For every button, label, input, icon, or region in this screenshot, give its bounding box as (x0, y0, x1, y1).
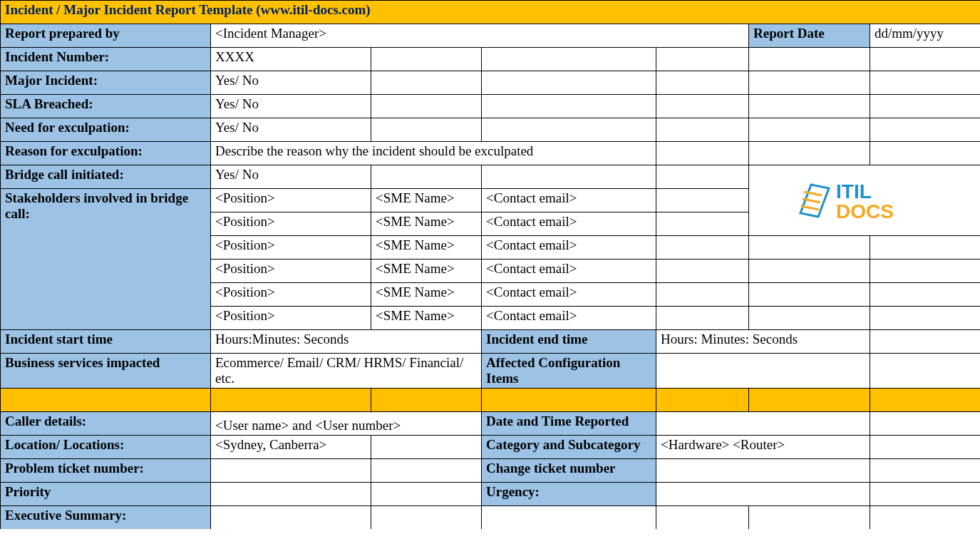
stakeholder-position[interactable]: <Position> (211, 283, 371, 307)
empty-cell[interactable] (870, 506, 981, 530)
empty-cell[interactable] (749, 283, 870, 307)
value-report-date[interactable]: dd/mm/yyyy (870, 24, 981, 48)
value-prepared-by[interactable]: <Incident Manager> (211, 24, 749, 48)
value-change-ticket[interactable] (656, 459, 870, 483)
empty-cell[interactable] (870, 330, 981, 354)
empty-cell[interactable] (656, 142, 749, 165)
empty-cell[interactable] (656, 118, 749, 142)
stakeholder-position[interactable]: <Position> (211, 236, 371, 260)
empty-cell[interactable] (482, 118, 656, 142)
empty-cell[interactable] (656, 307, 749, 330)
empty-cell[interactable] (870, 118, 981, 142)
value-problem-ticket[interactable] (211, 459, 371, 483)
stakeholder-sme[interactable]: <SME Name> (371, 260, 482, 283)
empty-cell[interactable] (870, 354, 981, 389)
value-incident-number[interactable]: XXXX (211, 48, 371, 71)
empty-cell[interactable] (749, 236, 870, 260)
empty-cell[interactable] (371, 118, 482, 142)
stakeholder-email[interactable]: <Contact email> (482, 307, 656, 330)
empty-cell[interactable] (749, 307, 870, 330)
empty-cell[interactable] (870, 95, 981, 118)
empty-cell[interactable] (656, 212, 749, 236)
empty-cell[interactable] (870, 283, 981, 307)
empty-cell[interactable] (870, 48, 981, 71)
stakeholder-position[interactable]: <Position> (211, 260, 371, 283)
value-category-subcat[interactable]: <Hardware> <Router> (656, 436, 870, 459)
empty-cell[interactable] (870, 307, 981, 330)
empty-cell[interactable] (749, 95, 870, 118)
empty-cell[interactable] (749, 48, 870, 71)
stakeholder-sme[interactable]: <SME Name> (371, 189, 482, 212)
empty-cell[interactable] (656, 283, 749, 307)
label-date-time-reported: Date and Time Reported (482, 412, 656, 436)
empty-cell[interactable] (371, 459, 482, 483)
empty-cell[interactable] (656, 506, 749, 530)
empty-cell[interactable] (482, 95, 656, 118)
value-exec-summary[interactable] (211, 506, 371, 530)
stakeholder-sme[interactable]: <SME Name> (371, 307, 482, 330)
stakeholder-sme[interactable]: <SME Name> (371, 236, 482, 260)
stakeholder-position[interactable]: <Position> (211, 189, 371, 212)
empty-cell[interactable] (870, 436, 981, 459)
value-bridge-call[interactable]: Yes/ No (211, 165, 371, 189)
empty-cell[interactable] (749, 142, 870, 165)
empty-cell[interactable] (749, 118, 870, 142)
value-location[interactable]: <Sydney, Canberra> (211, 436, 371, 459)
empty-cell[interactable] (749, 506, 870, 530)
empty-cell[interactable] (371, 95, 482, 118)
value-reason-exculpation[interactable]: Describe the reason why the incident sho… (211, 142, 656, 165)
empty-cell[interactable] (870, 483, 981, 506)
label-stakeholders: Stakeholders involved in bridge call: (1, 189, 211, 330)
stakeholder-email[interactable]: <Contact email> (482, 212, 656, 236)
empty-cell[interactable] (656, 71, 749, 95)
empty-cell[interactable] (870, 260, 981, 283)
empty-cell[interactable] (870, 236, 981, 260)
empty-cell[interactable] (870, 412, 981, 436)
empty-cell[interactable] (371, 436, 482, 459)
empty-cell[interactable] (656, 260, 749, 283)
empty-cell[interactable] (371, 506, 482, 530)
empty-cell[interactable] (371, 165, 482, 189)
value-priority[interactable] (211, 483, 371, 506)
empty-cell[interactable] (482, 165, 656, 189)
stakeholder-position[interactable]: <Position> (211, 212, 371, 236)
stakeholder-email[interactable]: <Contact email> (482, 189, 656, 212)
empty-cell[interactable] (870, 142, 981, 165)
stakeholder-email[interactable]: <Contact email> (482, 236, 656, 260)
empty-cell[interactable] (656, 48, 749, 71)
stakeholder-email[interactable]: <Contact email> (482, 260, 656, 283)
separator (1, 389, 211, 412)
empty-cell[interactable] (656, 165, 749, 189)
separator (870, 389, 981, 412)
stakeholder-position[interactable]: <Position> (211, 307, 371, 330)
value-affected-ci[interactable] (656, 354, 870, 389)
empty-cell[interactable] (656, 236, 749, 260)
value-incident-end[interactable]: Hours: Minutes: Seconds (656, 330, 870, 354)
empty-cell[interactable] (371, 483, 482, 506)
label-report-date: Report Date (749, 24, 870, 48)
label-category-subcat: Category and Subcategory (482, 436, 656, 459)
value-major-incident[interactable]: Yes/ No (211, 71, 371, 95)
stakeholder-email[interactable]: <Contact email> (482, 283, 656, 307)
stakeholder-sme[interactable]: <SME Name> (371, 283, 482, 307)
value-biz-services[interactable]: Ecommerce/ Email/ CRM/ HRMS/ Financial/ … (211, 354, 482, 389)
empty-cell[interactable] (371, 48, 482, 71)
value-caller-details[interactable]: <User name> and <User number> (211, 412, 482, 436)
empty-cell[interactable] (371, 71, 482, 95)
value-sla-breached[interactable]: Yes/ No (211, 95, 371, 118)
empty-cell[interactable] (656, 189, 749, 212)
empty-cell[interactable] (482, 48, 656, 71)
empty-cell[interactable] (870, 459, 981, 483)
label-prepared-by: Report prepared by (1, 24, 211, 48)
stakeholder-sme[interactable]: <SME Name> (371, 212, 482, 236)
empty-cell[interactable] (870, 71, 981, 95)
value-date-time-reported[interactable] (656, 412, 870, 436)
empty-cell[interactable] (482, 506, 656, 530)
empty-cell[interactable] (482, 71, 656, 95)
value-need-exculpation[interactable]: Yes/ No (211, 118, 371, 142)
value-urgency[interactable] (656, 483, 870, 506)
empty-cell[interactable] (749, 71, 870, 95)
empty-cell[interactable] (749, 260, 870, 283)
empty-cell[interactable] (656, 95, 749, 118)
value-incident-start[interactable]: Hours:Minutes: Seconds (211, 330, 482, 354)
